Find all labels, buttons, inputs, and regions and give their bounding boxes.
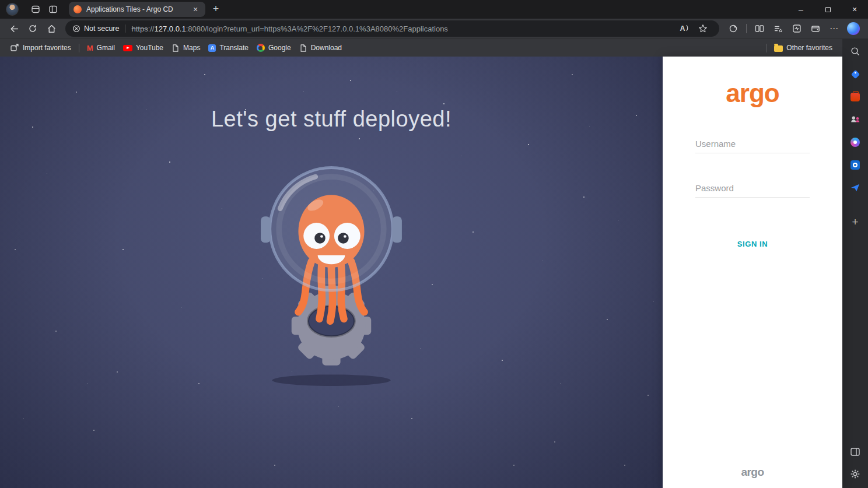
favorites-separator: [79, 44, 79, 52]
favorite-label: Gmail: [97, 44, 115, 52]
favorite-label: Maps: [183, 44, 200, 52]
favorite-download[interactable]: Download: [295, 42, 346, 54]
favorites-separator: [766, 44, 766, 52]
browser-essentials-icon[interactable]: [788, 20, 806, 37]
sidebar-shopping-button[interactable]: [848, 67, 863, 81]
sidebar-designer-button[interactable]: [848, 135, 863, 149]
translate-icon: A: [208, 44, 216, 52]
favorite-maps[interactable]: Maps: [167, 42, 204, 54]
not-secure-icon: [72, 24, 80, 33]
url-text: https://127.0.0.1:8080/login?return_url=…: [131, 24, 675, 33]
hero-headline: Let's get stuff deployed!: [0, 107, 663, 132]
url-host: 127.0.0.1: [154, 24, 186, 33]
username-input[interactable]: [695, 136, 810, 153]
other-favorites-button[interactable]: Other favorites: [770, 42, 836, 54]
url-path: :8080/login?return_url=https%3A%2F%2F127…: [186, 24, 448, 33]
copilot-icon[interactable]: [847, 22, 860, 35]
tab-actions-icon[interactable]: [44, 1, 62, 17]
close-button[interactable]: ×: [841, 0, 868, 19]
favorite-label: YouTube: [136, 44, 163, 52]
search-icon: [850, 46, 860, 57]
sidebar-add-button[interactable]: +: [848, 215, 863, 229]
settings-more-button[interactable]: ⋯: [825, 20, 844, 37]
password-input[interactable]: [695, 180, 810, 198]
youtube-icon: [123, 45, 132, 51]
favorite-google[interactable]: Google: [253, 42, 295, 54]
gmail-icon: M: [87, 44, 93, 52]
minimize-button[interactable]: –: [788, 0, 814, 19]
argo-footer-logo: argo: [695, 466, 810, 479]
discover-icon[interactable]: [724, 20, 743, 37]
workspaces-icon[interactable]: [27, 1, 44, 17]
page-icon: [172, 44, 180, 52]
favorite-label: Download: [311, 44, 342, 52]
favorite-youtube[interactable]: YouTube: [119, 42, 167, 54]
outlook-icon: [850, 160, 860, 170]
read-aloud-icon: A: [680, 24, 688, 33]
page-icon: [299, 44, 307, 52]
navbar: Not secure https://127.0.0.1:8080/login?…: [0, 19, 868, 38]
drop-paper-plane-icon: [850, 182, 860, 193]
new-tab-button[interactable]: +: [208, 1, 224, 17]
people-icon: [850, 114, 860, 125]
designer-icon: [850, 138, 860, 147]
sidebar-settings-button[interactable]: [848, 467, 863, 481]
home-button[interactable]: [42, 20, 61, 37]
collections-icon[interactable]: [769, 20, 788, 37]
argo-login-page: Let's get stuff deployed!: [0, 57, 842, 488]
restore-button[interactable]: [814, 0, 841, 19]
security-label: Not secure: [84, 24, 119, 33]
folder-icon: [774, 45, 783, 52]
sign-in-button[interactable]: SIGN IN: [730, 235, 775, 253]
restore-icon: [825, 7, 831, 12]
split-screen-icon[interactable]: [750, 20, 769, 37]
refresh-button[interactable]: [23, 20, 42, 37]
sidebar-search-button[interactable]: [848, 44, 863, 58]
import-favorites-icon: [10, 43, 19, 52]
google-icon: [257, 44, 265, 52]
sidebar-games-button[interactable]: [848, 113, 863, 127]
shopping-tag-icon: [850, 69, 860, 79]
titlebar: Applications Tiles - Argo CD × + – ×: [0, 0, 868, 19]
toolbar-separator: [746, 24, 747, 33]
edge-sidebar-rail: +: [842, 38, 868, 488]
login-hero: Let's get stuff deployed!: [0, 57, 663, 488]
tab-close-icon[interactable]: ×: [190, 4, 201, 15]
wallet-icon[interactable]: [806, 20, 825, 37]
tab-title: Applications Tiles - Argo CD: [86, 5, 190, 13]
octopus-mascot: [218, 150, 445, 389]
sidebar-drop-button[interactable]: [848, 181, 863, 195]
argo-favicon: [74, 5, 82, 13]
argo-logo: argo: [695, 79, 810, 108]
gear-icon: [850, 469, 860, 479]
sidebar-outlook-button[interactable]: [848, 158, 863, 172]
browser-tab[interactable]: Applications Tiles - Argo CD ×: [69, 2, 205, 17]
address-bar[interactable]: Not secure https://127.0.0.1:8080/login?…: [65, 20, 719, 37]
favorite-label: Google: [268, 44, 291, 52]
other-favorites-label: Other favorites: [786, 44, 832, 52]
sidebar-m365-button[interactable]: [848, 90, 863, 104]
read-aloud-button[interactable]: A: [675, 20, 694, 37]
url-scheme: https: [131, 24, 148, 33]
sidebar-panel-toggle[interactable]: [848, 445, 863, 459]
m365-app-icon: [850, 93, 860, 101]
login-panel: argo SIGN IN argo: [663, 57, 842, 488]
favorite-label: Translate: [219, 44, 249, 52]
import-favorites-button[interactable]: Import favorites: [6, 41, 75, 54]
site-security-chip[interactable]: Not secure: [72, 24, 119, 33]
url-separator: ://: [148, 24, 155, 33]
favorite-gmail[interactable]: M Gmail: [83, 42, 119, 54]
chip-separator: [125, 24, 125, 33]
favorite-translate[interactable]: A Translate: [204, 42, 253, 54]
sidebar-panel-icon: [850, 447, 860, 457]
stars-decoration: [0, 57, 1, 57]
import-favorites-label: Import favorites: [23, 44, 71, 52]
browser-window: Applications Tiles - Argo CD × + – ×: [0, 0, 868, 488]
profile-avatar[interactable]: [6, 3, 19, 16]
add-favorite-star-icon[interactable]: [694, 20, 712, 37]
favorites-bar: Import favorites M Gmail YouTube Maps: [0, 38, 842, 57]
more-menu-icon: ⋯: [830, 23, 839, 34]
back-button[interactable]: [5, 20, 23, 37]
